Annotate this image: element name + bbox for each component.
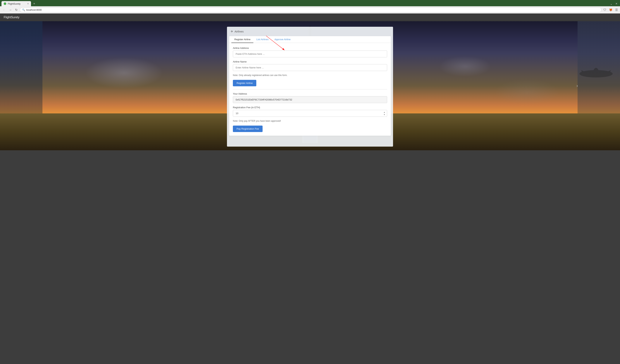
menu-button[interactable]: ☰ bbox=[615, 7, 619, 12]
background-area: ✈ Airlines Register Airline List Airline… bbox=[0, 21, 620, 150]
app-header: FlightSurety bbox=[0, 14, 620, 21]
active-tab[interactable]: FlightSurety × bbox=[1, 1, 31, 6]
new-tab-button[interactable]: + bbox=[32, 2, 37, 6]
main-panel: ✈ Airlines Register Airline List Airline… bbox=[227, 27, 393, 147]
forward-button[interactable]: → bbox=[8, 8, 13, 12]
browser-chrome: FlightSurety × + ⌄ × ← → ↻ 🔍 localhost:8… bbox=[0, 0, 620, 14]
tab-list-airlines[interactable]: List Airlines bbox=[253, 36, 271, 43]
number-spinners: ▲ ▼ bbox=[383, 111, 386, 116]
tab-content: Airline Address bbox=[229, 43, 391, 136]
airline-address-field-wrapper bbox=[233, 50, 387, 57]
fee-note: Note: Only pay AFTER you have been appro… bbox=[233, 120, 387, 122]
airline-address-input[interactable] bbox=[233, 50, 387, 57]
airlines-header: ✈ Airlines bbox=[227, 27, 393, 35]
sidebar-scroll-arrow: › bbox=[576, 83, 578, 88]
shield-icon[interactable]: 🛡 bbox=[603, 8, 607, 12]
registration-fee-group: Registration Fee (in ETH) ▲ ▼ bbox=[233, 106, 387, 117]
svg-point-2 bbox=[593, 68, 599, 77]
address-bar[interactable]: 🔍 localhost:8000 bbox=[20, 7, 602, 12]
your-address-label: Your Address bbox=[233, 92, 387, 95]
spinner-up-button[interactable]: ▲ bbox=[383, 111, 386, 113]
aircraft-right bbox=[578, 60, 615, 88]
registration-fee-input[interactable] bbox=[233, 110, 387, 117]
airline-name-input[interactable] bbox=[233, 64, 387, 71]
firefox-icon[interactable]: 🦊 bbox=[608, 7, 613, 12]
tab-favicon bbox=[4, 2, 6, 5]
tab-close-button[interactable]: × bbox=[27, 2, 29, 5]
nav-icons: 🛡 🦊 ☰ bbox=[603, 7, 619, 12]
search-icon: 🔍 bbox=[22, 8, 25, 11]
tab-title: FlightSurety bbox=[8, 2, 20, 5]
airline-address-group: Airline Address bbox=[233, 47, 387, 57]
your-address-group: Your Address bbox=[233, 92, 387, 103]
your-address-input bbox=[233, 96, 387, 103]
tab-overflow-button[interactable]: ⌄ bbox=[609, 2, 614, 5]
spinner-down-button[interactable]: ▼ bbox=[383, 113, 386, 116]
registration-fee-wrapper: ▲ ▼ bbox=[233, 110, 387, 117]
section-divider bbox=[233, 89, 387, 90]
tab-register-airline[interactable]: Register Airline bbox=[231, 36, 253, 43]
bottom-spacer bbox=[227, 137, 393, 141]
back-button[interactable]: ← bbox=[1, 8, 7, 12]
pay-registration-fee-button[interactable]: Pay Registration Fee bbox=[233, 126, 263, 132]
tab-header: Register Airline List Airlines Approve A… bbox=[229, 36, 391, 43]
register-airline-button[interactable]: Register Airline bbox=[233, 80, 256, 86]
nav-bar: ← → ↻ 🔍 localhost:8000 🛡 🦊 ☰ bbox=[0, 6, 620, 14]
tab-bar: FlightSurety × + ⌄ × bbox=[0, 0, 620, 6]
address-text: localhost:8000 bbox=[26, 8, 42, 11]
refresh-button[interactable]: ↻ bbox=[14, 7, 19, 12]
tab-approve-airline[interactable]: Approve Airline bbox=[271, 36, 293, 43]
airlines-label: Airlines bbox=[234, 30, 244, 33]
window-close-button[interactable]: × bbox=[614, 2, 619, 6]
registration-fee-label: Registration Fee (in ETH) bbox=[233, 106, 387, 109]
airline-name-group: Airline Name bbox=[233, 60, 387, 71]
plane-icon: ✈ bbox=[231, 30, 233, 33]
tab-container: Register Airline List Airlines Approve A… bbox=[229, 36, 391, 136]
airline-address-label: Airline Address bbox=[233, 47, 387, 49]
airline-name-label: Airline Name bbox=[233, 60, 387, 63]
app-title: FlightSurety bbox=[4, 16, 19, 19]
register-note: Note: Only already registered airlines c… bbox=[233, 74, 387, 76]
